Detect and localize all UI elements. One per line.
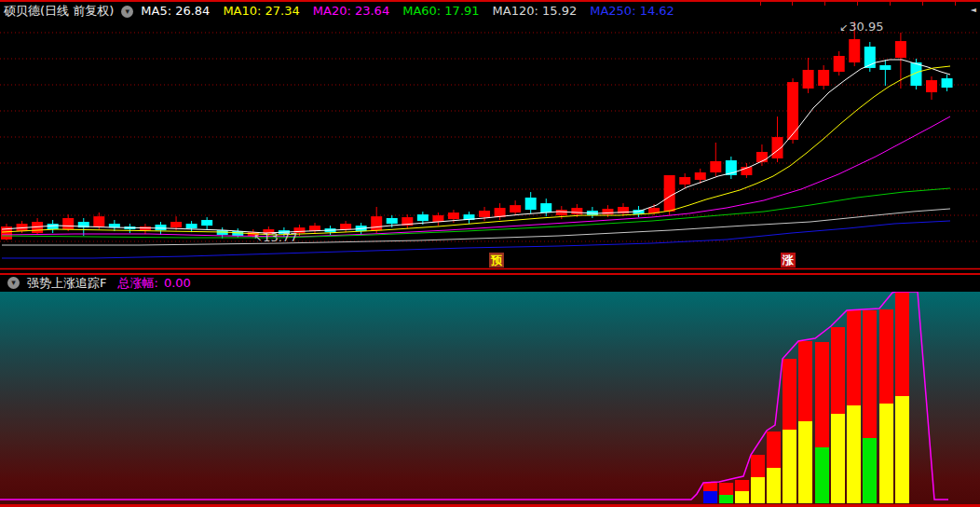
chart-header: 硕贝德(日线 前复权) ▾ MA5: 26.84MA10: 27.34MA20:… bbox=[0, 3, 980, 20]
candle-body-up bbox=[849, 39, 860, 62]
indicator-bar-segment bbox=[703, 483, 717, 491]
ma-legend-item: MA120: 15.92 bbox=[493, 4, 578, 18]
candle-body-down bbox=[186, 224, 197, 228]
indicator-header: ▾ 强势上涨追踪F 总涨幅: 0.00 bbox=[0, 275, 980, 291]
indicator-bar-segment bbox=[831, 327, 845, 414]
candle-body-up bbox=[818, 70, 829, 86]
indicator-bar-segment bbox=[863, 310, 877, 438]
signal-marker-yu: 预 bbox=[489, 253, 504, 267]
indicator-bar-segment bbox=[879, 404, 893, 503]
indicator-bar-segment bbox=[783, 359, 796, 430]
indicator-bar-segment bbox=[783, 430, 796, 503]
indicator-bar-segment bbox=[895, 292, 909, 396]
indicator-bar-segment bbox=[735, 491, 749, 503]
indicator-bar-segment bbox=[767, 468, 781, 503]
candle-body-up bbox=[340, 224, 351, 229]
indicator-bar-segment bbox=[895, 396, 909, 503]
indicator-bar-segment bbox=[863, 438, 877, 503]
candle-body-up bbox=[448, 212, 459, 219]
indicator-bar-segment bbox=[751, 477, 765, 503]
candle-body-up bbox=[62, 218, 74, 229]
metric-label: 总涨幅: bbox=[117, 275, 157, 291]
candle-body-up bbox=[479, 211, 490, 217]
ma-legend: MA5: 26.84MA10: 27.34MA20: 23.64MA60: 17… bbox=[141, 3, 687, 20]
candle-body-up bbox=[710, 161, 721, 172]
indicator-bar-segment bbox=[719, 495, 733, 503]
candle-body-up bbox=[926, 80, 937, 92]
candle-body-down bbox=[417, 214, 429, 221]
candlestick-chart[interactable] bbox=[0, 21, 980, 270]
ma-legend-item: MA20: 23.64 bbox=[313, 4, 389, 18]
header-right-arrow-icon[interactable]: ◄ bbox=[971, 6, 976, 15]
candle-body-up bbox=[664, 175, 675, 212]
ma-legend-item: MA10: 27.34 bbox=[223, 4, 299, 18]
candle-body-up bbox=[571, 208, 582, 214]
metric-value: 0.00 bbox=[164, 275, 191, 291]
indicator-bar-segment bbox=[847, 405, 861, 503]
candle-body-up bbox=[803, 70, 814, 89]
candle-body-down bbox=[879, 65, 891, 70]
indicator-bar-segment bbox=[798, 421, 812, 503]
candle-body-down bbox=[387, 218, 398, 224]
indicator-bar-segment bbox=[831, 414, 845, 503]
ma-legend-item: MA5: 26.84 bbox=[141, 4, 210, 18]
candle-body-up bbox=[371, 216, 382, 230]
candle-body-up bbox=[602, 209, 613, 214]
chevron-down-icon[interactable]: ▾ bbox=[121, 6, 133, 18]
stock-title: 硕贝德(日线 前复权) bbox=[4, 3, 114, 20]
annotation-arrow-icon: ↙ bbox=[839, 21, 848, 34]
ma-legend-item: MA60: 17.91 bbox=[402, 4, 479, 18]
indicator-bar-segment bbox=[751, 455, 765, 477]
indicator-title: 强势上涨追踪F bbox=[27, 275, 106, 291]
ma-line-MA250 bbox=[2, 221, 950, 258]
candle-body-up bbox=[170, 222, 182, 227]
candle-body-down bbox=[525, 198, 537, 210]
candle-body-down bbox=[540, 203, 551, 212]
candle-body-up bbox=[432, 215, 443, 222]
candle-body-up bbox=[895, 41, 906, 58]
price-annotation-high: ↙30.95 bbox=[839, 20, 883, 34]
window-top-border bbox=[0, 0, 980, 2]
indicator-chart[interactable] bbox=[0, 292, 980, 504]
candle-body-up bbox=[679, 177, 690, 185]
indicator-bar-segment bbox=[767, 432, 781, 468]
candle-body-up bbox=[834, 56, 845, 72]
candle-body-down bbox=[48, 224, 59, 229]
stock-app-window: 硕贝德(日线 前复权) ▾ MA5: 26.84MA10: 27.34MA20:… bbox=[0, 0, 980, 507]
indicator-bar-segment bbox=[815, 447, 829, 503]
annotation-arrow-icon: ↖ bbox=[253, 232, 262, 244]
candle-body-down bbox=[156, 225, 167, 230]
candle-body-up bbox=[93, 216, 104, 226]
candle-body-down bbox=[201, 220, 212, 226]
indicator-bar-segment bbox=[798, 341, 812, 421]
indicator-bar-segment bbox=[847, 310, 861, 405]
indicator-bar-segment bbox=[719, 483, 733, 495]
price-annotation-low: ↖13.77 bbox=[253, 230, 297, 244]
candle-body-up bbox=[556, 210, 567, 215]
candle-body-up bbox=[510, 205, 521, 212]
indicator-bar-segment bbox=[815, 342, 829, 447]
candle-body-up bbox=[695, 172, 706, 180]
candle-body-up bbox=[787, 82, 798, 140]
indicator-bar-segment bbox=[879, 309, 893, 404]
indicator-bar-segment bbox=[703, 491, 717, 503]
ma-legend-item: MA250: 14.62 bbox=[590, 4, 674, 18]
signal-marker-zhang: 涨 bbox=[781, 253, 796, 267]
candle-body-down bbox=[942, 78, 953, 88]
chevron-down-icon[interactable]: ▾ bbox=[7, 277, 20, 289]
indicator-bar-segment bbox=[735, 480, 749, 491]
